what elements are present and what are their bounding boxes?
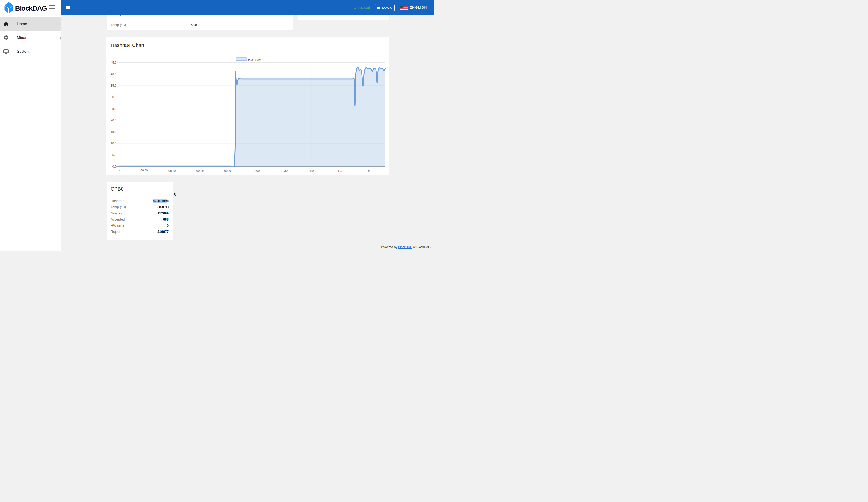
svg-text:Hashrate: Hashrate [248,58,261,61]
svg-text:30.0: 30.0 [111,96,116,99]
svg-text:25.0: 25.0 [111,107,116,110]
svg-text:09:30: 09:30 [224,169,231,172]
svg-text:20.0: 20.0 [111,119,116,122]
svg-text:12:00: 12:00 [364,169,371,172]
svg-text:11:30: 11:30 [337,169,343,172]
svg-text:40.0: 40.0 [111,72,116,76]
svg-text:09:00: 09:00 [196,169,204,172]
svg-text:35.0: 35.0 [111,84,116,87]
svg-text:08:00: 08:00 [141,169,148,172]
svg-text:0: 0 [118,169,120,172]
svg-text:08:30: 08:30 [168,169,176,172]
svg-text:11:00: 11:00 [308,169,316,172]
svg-text:5.0: 5.0 [112,153,116,157]
svg-text:10:30: 10:30 [280,169,288,172]
svg-text:0.0: 0.0 [112,165,116,168]
svg-text:15.0: 15.0 [111,130,116,133]
svg-text:10.0: 10.0 [111,142,116,145]
svg-text:10:00: 10:00 [252,169,259,172]
svg-text:Hashrate Chart: Hashrate Chart [111,42,144,48]
svg-text:45.0: 45.0 [111,61,116,64]
